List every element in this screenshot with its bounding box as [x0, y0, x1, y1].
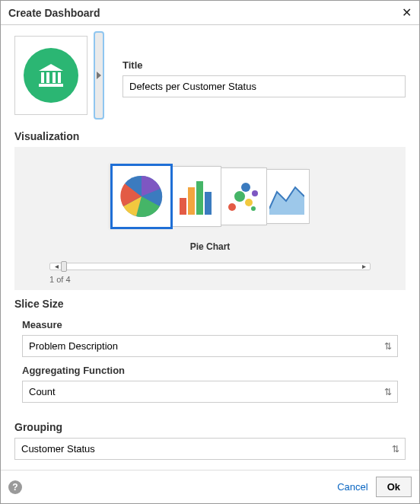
svg-point-13: [234, 191, 245, 202]
footer-actions: Cancel Ok: [337, 477, 412, 497]
ok-button[interactable]: Ok: [376, 477, 412, 497]
viz-option-scatter[interactable]: [218, 167, 267, 225]
measure-label: Measure: [22, 319, 398, 330]
scatter-chart-icon: [224, 177, 261, 216]
svg-rect-10: [196, 181, 203, 215]
slider-position-label: 1 of 4: [49, 275, 371, 284]
bar-chart-icon: [177, 175, 215, 218]
svg-rect-2: [46, 72, 49, 83]
svg-rect-11: [205, 192, 212, 215]
svg-rect-3: [52, 72, 56, 83]
svg-marker-0: [39, 64, 63, 71]
svg-rect-5: [39, 84, 63, 87]
viz-option-pie[interactable]: [110, 164, 173, 229]
svg-rect-8: [180, 198, 186, 215]
header-row: Title: [14, 31, 406, 120]
collapse-handle[interactable]: [94, 31, 104, 120]
svg-point-15: [241, 183, 250, 192]
grouping-heading: Grouping: [14, 421, 406, 433]
dashboard-icon-well[interactable]: [14, 36, 88, 115]
viz-option-bar[interactable]: [170, 166, 221, 227]
title-field-group: Title: [110, 53, 406, 97]
dialog-titlebar: Create Dashboard ✕: [1, 1, 419, 25]
title-label: Title: [123, 59, 406, 71]
agg-label: Aggregating Function: [22, 365, 398, 376]
viz-option-area[interactable]: [264, 169, 310, 224]
svg-marker-6: [97, 72, 101, 79]
dialog-title: Create Dashboard: [8, 7, 100, 19]
dialog-footer: ? Cancel Ok: [1, 470, 419, 503]
viz-slider-track[interactable]: ◂ ▸: [49, 263, 371, 270]
slider-prev-icon[interactable]: ◂: [52, 263, 61, 270]
measure-select[interactable]: Problem Description: [22, 335, 398, 357]
dialog-content: Title Visualization: [1, 25, 419, 470]
visualization-strip: [19, 155, 401, 238]
viz-slider: ◂ ▸ 1 of 4: [49, 263, 371, 284]
cancel-button[interactable]: Cancel: [337, 481, 368, 493]
viz-selected-label: Pie Chart: [19, 241, 401, 252]
svg-point-14: [245, 199, 253, 206]
help-icon[interactable]: ?: [8, 480, 22, 494]
bank-icon: [24, 48, 78, 103]
svg-point-17: [251, 206, 256, 211]
svg-point-16: [252, 190, 258, 196]
pie-chart-icon: [118, 173, 165, 220]
visualization-heading: Visualization: [14, 130, 406, 142]
agg-select[interactable]: Count: [22, 381, 398, 403]
svg-rect-9: [188, 187, 195, 215]
svg-point-12: [228, 203, 236, 211]
area-chart-icon: [269, 178, 304, 215]
svg-rect-1: [41, 72, 44, 83]
slice-size-panel: Measure Problem Description ⇅ Aggregatin…: [14, 314, 406, 413]
chevron-right-icon: [96, 72, 102, 79]
title-input[interactable]: [123, 75, 406, 97]
svg-rect-4: [58, 72, 61, 83]
create-dashboard-dialog: Create Dashboard ✕: [0, 0, 420, 504]
slider-next-icon[interactable]: ▸: [359, 263, 368, 270]
grouping-select[interactable]: Customer Status: [14, 438, 406, 460]
close-icon[interactable]: ✕: [402, 5, 412, 20]
visualization-panel: Pie Chart ◂ ▸ 1 of 4: [14, 147, 406, 290]
slider-thumb[interactable]: [61, 261, 67, 272]
slice-size-heading: Slice Size: [14, 298, 406, 310]
